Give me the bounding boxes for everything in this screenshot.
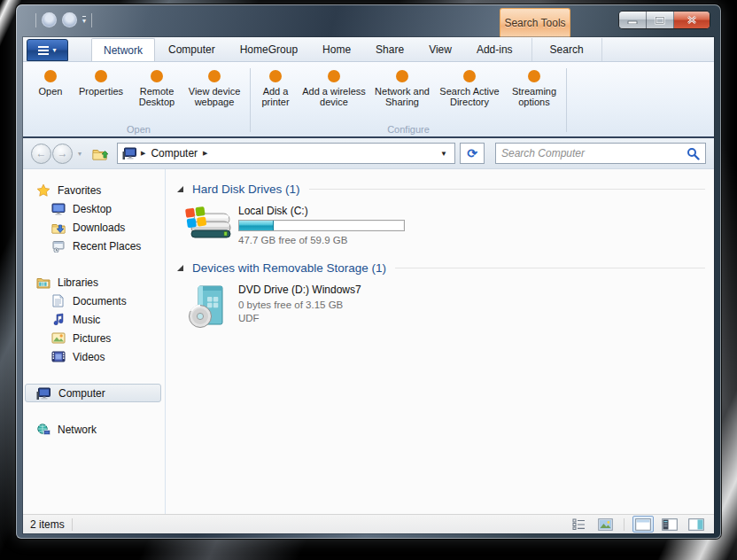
divider <box>72 518 73 531</box>
search-input[interactable] <box>501 147 687 159</box>
address-breadcrumb-bar[interactable]: ▶ Computer ▶ ▼ <box>117 143 455 164</box>
thumbnail-view-toggle[interactable] <box>594 516 616 533</box>
tab-addins[interactable]: Add-ins <box>465 38 524 61</box>
tab-home[interactable]: Home <box>311 38 362 61</box>
recent-pages-dropdown[interactable]: ▾ <box>78 150 81 158</box>
tab-network[interactable]: Network <box>91 38 155 61</box>
layout-left-pane-icon <box>662 518 678 531</box>
sidebar-item-network[interactable]: Network <box>23 420 165 439</box>
document-icon <box>50 294 66 308</box>
quick-access-button-2[interactable] <box>62 12 77 27</box>
status-bar: 2 items <box>23 514 714 533</box>
minimize-button[interactable] <box>619 12 647 28</box>
sidebar-item-computer[interactable]: Computer <box>25 384 161 402</box>
recent-places-icon <box>50 239 66 253</box>
group-header-removable-storage[interactable]: Devices with Removable Storage (1) <box>176 261 709 275</box>
window-body: ▾ Network Computer HomeGroup Home Share … <box>23 37 714 533</box>
forward-button[interactable]: → <box>52 144 73 164</box>
add-printer-button[interactable]: Add a printer <box>257 70 294 107</box>
add-wireless-device-button[interactable]: Add a wireless device <box>300 70 368 107</box>
drive-item-dvd-d[interactable]: DVD Drive (D:) Windows7 0 bytes free of … <box>183 283 709 329</box>
tab-share[interactable]: Share <box>364 38 415 61</box>
remote-desktop-icon <box>151 70 163 82</box>
layout-pane-button-1[interactable] <box>632 516 654 533</box>
group-header-hard-disk-drives[interactable]: Hard Disk Drives (1) <box>176 183 709 196</box>
view-device-webpage-icon <box>208 70 221 82</box>
sidebar-item-videos[interactable]: Videos <box>23 347 165 366</box>
open-button[interactable]: Open <box>34 70 67 97</box>
sidebar-item-label: Videos <box>73 351 105 363</box>
tab-homegroup[interactable]: HomeGroup <box>229 38 309 61</box>
explorer-window: ▾ Search Tools ▾ Network Computer Home <box>16 4 721 539</box>
filesystem-label: UDF <box>238 312 361 325</box>
customize-toolbar-icon[interactable]: ▾ <box>82 16 86 25</box>
sidebar-item-favorites[interactable]: Favorites <box>23 181 165 199</box>
ribbon-group-label-open: Open <box>28 124 249 135</box>
ribbon-group-configure: Add a printer Add a wireless device Netw… <box>252 62 565 136</box>
sidebar-item-label: Downloads <box>73 222 125 234</box>
open-icon <box>44 70 57 82</box>
back-button[interactable]: ← <box>31 144 51 164</box>
drive-item-local-disk-c[interactable]: Local Disk (C:) 47.7 GB free of 59.9 GB <box>183 204 709 247</box>
back-arrow-icon: ← <box>36 147 47 159</box>
music-note-icon <box>50 313 66 327</box>
sidebar-item-libraries[interactable]: Libraries <box>23 273 165 292</box>
dvd-drive-icon <box>183 283 232 329</box>
sidebar-item-recent-places[interactable]: Recent Places <box>23 237 165 255</box>
navigation-bar: ← → ▾ ▶ Computer ▶ <box>23 138 714 169</box>
details-list-icon <box>572 518 586 530</box>
chevron-down-icon: ▾ <box>52 46 56 54</box>
capacity-text: 0 bytes free of 3.15 GB <box>238 299 361 312</box>
divider <box>35 13 36 27</box>
sidebar-item-documents[interactable]: Documents <box>23 292 165 310</box>
properties-button[interactable]: Properties <box>74 70 128 97</box>
layout-right-pane-icon <box>688 518 704 531</box>
maximize-button[interactable] <box>647 12 674 28</box>
close-icon <box>687 15 697 25</box>
search-tools-contextual-tab[interactable]: Search Tools <box>500 8 570 37</box>
sidebar-item-desktop[interactable]: Desktop <box>23 199 165 218</box>
search-icon[interactable] <box>687 147 700 160</box>
view-device-webpage-button[interactable]: View device webpage <box>185 70 244 107</box>
sidebar-item-downloads[interactable]: Downloads <box>23 218 165 237</box>
sidebar-item-label: Favorites <box>58 184 101 197</box>
layout-pane-button-2[interactable] <box>659 516 680 533</box>
sidebar-item-label: Desktop <box>73 203 112 215</box>
network-and-sharing-button[interactable]: Network and Sharing <box>374 70 431 107</box>
breadcrumb-computer[interactable]: Computer <box>149 147 199 159</box>
file-list: Hard Disk Drives (1) <box>166 169 714 514</box>
divider <box>624 518 625 531</box>
desktop-icon <box>50 202 66 216</box>
ribbon-group-open: Open Properties Remote Desktop View devi… <box>28 62 249 136</box>
streaming-options-button[interactable]: Streaming options <box>508 70 560 107</box>
title-bar[interactable]: ▾ Search Tools <box>16 4 721 37</box>
video-icon <box>50 350 66 364</box>
sidebar-item-label: Music <box>73 314 100 326</box>
drive-name: Local Disk (C:) <box>238 205 405 217</box>
file-menu-button[interactable]: ▾ <box>27 39 68 61</box>
address-dropdown-icon[interactable]: ▼ <box>440 150 450 158</box>
up-button[interactable] <box>89 144 111 163</box>
ribbon-group-divider <box>250 68 251 132</box>
sidebar-item-pictures[interactable]: Pictures <box>23 329 165 347</box>
search-box[interactable] <box>495 143 706 164</box>
refresh-button[interactable]: ⟳ <box>460 143 485 164</box>
sidebar-item-label: Computer <box>58 387 105 400</box>
add-wireless-device-icon <box>328 70 340 82</box>
search-active-directory-button[interactable]: Search Active Directory <box>437 70 502 107</box>
sidebar-item-music[interactable]: Music <box>23 310 165 329</box>
remote-desktop-button[interactable]: Remote Desktop <box>135 70 179 107</box>
collapse-triangle-icon[interactable] <box>176 264 184 272</box>
layout-pane-button-3[interactable] <box>686 516 707 533</box>
tab-computer[interactable]: Computer <box>157 38 227 61</box>
tab-view[interactable]: View <box>417 38 463 61</box>
group-header-rule <box>395 268 705 268</box>
collapse-triangle-icon[interactable] <box>176 185 184 193</box>
thumbnail-icon <box>598 518 613 531</box>
quick-access-button-1[interactable] <box>42 12 57 27</box>
capacity-bar <box>238 220 405 231</box>
close-button[interactable] <box>674 12 710 28</box>
breadcrumb-separator-icon[interactable]: ▶ <box>203 150 207 157</box>
tab-search[interactable]: Search <box>531 38 602 61</box>
details-view-toggle[interactable] <box>568 516 589 533</box>
